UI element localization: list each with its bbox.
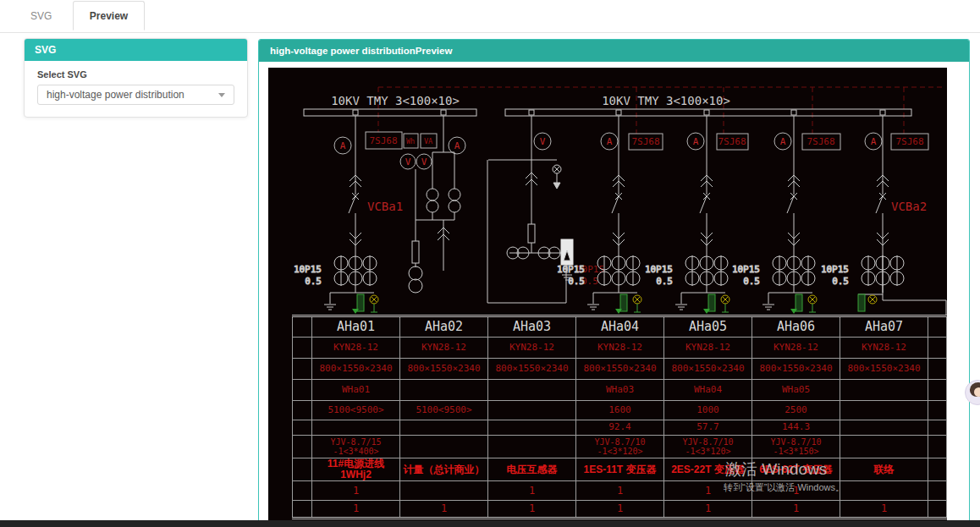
voltmeter-icon: V — [405, 156, 411, 167]
table-cell — [488, 420, 576, 436]
breaker-label-vcba2: VCBa2 — [891, 200, 927, 213]
table-cell — [928, 481, 947, 501]
select-svg-label: Select SVG — [37, 69, 234, 80]
table-cell: 1 — [488, 501, 576, 519]
table-cell: YJV-8.7/10 -1<3*120> — [576, 436, 664, 458]
windows-activation-watermark: 激活 Windows — [725, 458, 827, 480]
table-row: 11111 — [293, 481, 947, 501]
table-row: 800×1550×2340800×1550×2340800×1550×23408… — [293, 359, 947, 380]
table-cell — [293, 380, 312, 401]
table-cell: 2500 — [752, 401, 840, 420]
ct-rating-label: 0.5 — [832, 276, 849, 287]
table-cell: AHa07 — [840, 316, 928, 338]
table-cell: 5100<9500> — [400, 401, 488, 420]
preview-title: high-voltage power distributionPreview — [259, 40, 969, 62]
table-cell: YJV-8.7/10 -1<3*120> — [664, 436, 752, 458]
table-cell: KYN28-12 — [840, 338, 928, 359]
table-cell — [928, 380, 947, 401]
ammeter-icon: A — [454, 140, 460, 151]
table-cell — [400, 380, 488, 401]
table-cell — [400, 481, 488, 501]
table-cell — [840, 436, 928, 458]
ammeter-icon: A — [607, 136, 613, 147]
table-cell — [293, 501, 312, 519]
ct-rating-label: 10P15 — [294, 264, 322, 275]
table-cell: AHa05 — [664, 316, 752, 338]
tab-svg[interactable]: SVG — [14, 1, 69, 30]
va-meter-label: VA — [424, 137, 432, 145]
table-header-row: AHa01AHa02AHa03AHa04AHa05AHa06AHa07 — [293, 316, 947, 338]
table-cell — [928, 458, 947, 481]
relay-7sj68: 7SJ68 — [807, 136, 834, 147]
feeder-aha02-pt — [409, 116, 460, 293]
chevron-down-icon — [218, 93, 225, 97]
table-cell — [928, 316, 947, 338]
table-cell: 11#电源进线 1WHj2 — [312, 458, 400, 481]
ct-rating-label: 10P15 — [557, 264, 585, 275]
table-cell — [293, 338, 312, 359]
ct-rating-label: 0.5 — [743, 276, 760, 287]
table-cell: 计量（总计商业） — [400, 458, 488, 481]
bottom-bar — [0, 520, 980, 527]
table-cell — [928, 420, 947, 436]
table-cell — [312, 420, 400, 436]
table-cell — [400, 436, 488, 458]
tab-preview[interactable]: Preview — [73, 1, 145, 30]
table-cell: 800×1550×2340 — [752, 359, 840, 380]
table-row: 92.457.7144.3 — [293, 420, 947, 436]
table-cell: KYN28-12 — [400, 338, 488, 359]
table-cell: 1 — [664, 501, 752, 519]
table-cell: KYN28-12 — [488, 338, 576, 359]
table-cell — [293, 316, 312, 338]
table-cell: 800×1550×2340 — [312, 359, 400, 380]
table-row: YJV-8.7/15 -1<3*400>YJV-8.7/10 -1<3*120>… — [293, 436, 947, 458]
table-cell: KYN28-12 — [752, 338, 840, 359]
table-cell — [293, 359, 312, 380]
table-cell — [488, 436, 576, 458]
table-cell: 800×1550×2340 — [400, 359, 488, 380]
svg-selector-card: SVG Select SVG high-voltage power distri… — [24, 38, 248, 118]
table-cell — [928, 501, 947, 519]
avatar-face — [974, 387, 980, 397]
table-cell: 1 — [752, 501, 840, 519]
table-cell — [840, 420, 928, 436]
table-row: WHa01WHa03WHa04WHa05 — [293, 380, 947, 401]
table-cell: 1600 — [576, 401, 664, 420]
ct-rating-label: 0.5 — [568, 276, 585, 287]
table-cell — [293, 458, 312, 481]
ct-rating-label: 0.5 — [656, 276, 673, 287]
table-cell: AHa03 — [488, 316, 576, 338]
table-cell: 144.3 — [752, 420, 840, 436]
table-cell — [488, 401, 576, 420]
voltmeter-icon: V — [540, 136, 546, 147]
feeder-bay: 10P150.5 — [821, 116, 946, 315]
table-cell — [928, 338, 947, 359]
table-cell: AHa04 — [576, 316, 664, 338]
table-cell — [293, 420, 312, 436]
table-cell: 1 — [840, 501, 928, 519]
voltmeter-icon: V — [421, 156, 427, 167]
table-cell: 1 — [576, 501, 664, 519]
table-cell: WHa05 — [752, 380, 840, 401]
table-cell: WHa04 — [664, 380, 752, 401]
table-cell: KYN28-12 — [576, 338, 664, 359]
table-cell — [928, 401, 947, 420]
table-cell: AHa06 — [752, 316, 840, 338]
table-cell — [928, 436, 947, 458]
table-cell: WHa03 — [576, 380, 664, 401]
preview-card: high-voltage power distributionPreview 1… — [258, 39, 970, 527]
table-cell: 800×1550×2340 — [488, 359, 576, 380]
bus-taps — [353, 110, 885, 115]
table-cell: 1000 — [664, 401, 752, 420]
svg-select-dropdown[interactable]: high-voltage power distribution — [37, 85, 234, 105]
ct-rating-label: 0.5 — [305, 276, 322, 287]
bus1-label: 10KV TMY 3<100×10> — [331, 94, 460, 107]
table-cell: KYN28-12 — [312, 338, 400, 359]
table-cell: AHa02 — [400, 316, 488, 338]
table-cell: 92.4 — [576, 420, 664, 436]
ammeter-icon: A — [340, 140, 346, 151]
ammeter-icon: A — [780, 136, 786, 147]
table-cell — [840, 481, 928, 501]
table-row: 5100<9500>5100<9500>160010002500 — [293, 401, 947, 420]
table-cell — [928, 359, 947, 380]
